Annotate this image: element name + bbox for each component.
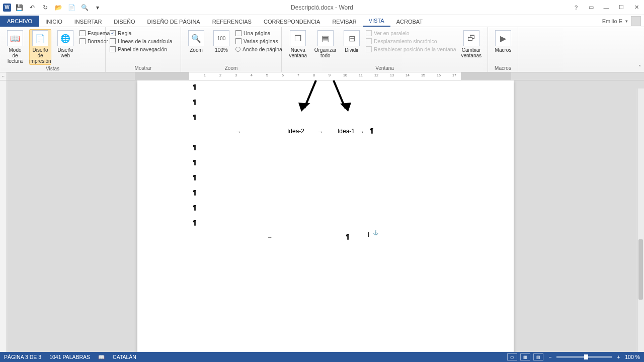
group-ventana-label: Ventana (286, 64, 484, 71)
tab-inicio[interactable]: INICIO (39, 17, 68, 27)
user-menu-chevron-icon[interactable]: ▾ (625, 19, 628, 24)
insertion-cursor: I (368, 231, 369, 238)
zoom-out-button[interactable]: − (546, 354, 553, 360)
new-window-icon: ❐ (290, 30, 306, 46)
arrow-shape-left[interactable] (298, 80, 318, 116)
zoom-slider[interactable] (556, 356, 612, 358)
checkbox-icon (110, 38, 116, 44)
zoom-percent[interactable]: 100 % (625, 354, 640, 360)
qat-undo-icon[interactable]: ↶ (27, 3, 37, 13)
lineas-cuadricula-checkbox[interactable]: Líneas de la cuadrícula (110, 38, 173, 44)
tab-mark: → (235, 129, 241, 135)
checkbox-icon: ✓ (110, 30, 116, 36)
idea-1-text: Idea-1 (338, 128, 355, 135)
ver-en-paralelo-button: Ver en paralelo (366, 30, 456, 36)
ruler-number: 6 (282, 73, 284, 77)
user-avatar[interactable] (631, 16, 641, 26)
tab-diseno-pagina[interactable]: DISEÑO DE PÁGINA (141, 17, 206, 27)
status-words[interactable]: 1041 PALABRAS (49, 354, 90, 360)
qat-redo-icon[interactable]: ↻ (40, 3, 50, 13)
sync-scroll-icon (366, 38, 372, 44)
tab-diseno[interactable]: DISEÑO (108, 17, 141, 27)
group-zoom-label: Zoom (185, 64, 277, 71)
diseno-impresion-button[interactable]: 📄 Diseño de impresión (29, 29, 51, 65)
zoom-in-button[interactable]: + (615, 354, 622, 360)
anchor-icon: ⚓ (373, 230, 378, 235)
view-web-layout-button[interactable]: ▤ (533, 353, 543, 360)
user-name[interactable]: Emilio E (602, 18, 622, 24)
ruler-right-margin (461, 72, 511, 80)
tab-mark: → (359, 129, 364, 135)
macros-icon: ▶ (495, 30, 511, 46)
print-layout-icon: 📄 (32, 30, 48, 46)
status-language[interactable]: CATALÁN (113, 354, 136, 360)
ruler-number: 1 (204, 73, 206, 77)
pilcrow-mark: ¶ (193, 204, 197, 212)
svg-marker-2 (298, 103, 309, 112)
svg-marker-4 (340, 103, 351, 112)
document-page[interactable]: → Idea-2 → Idea-1 → ¶ ¶ ¶ ¶ ¶ ¶ ¶ ¶ ¶ ¶ … (137, 80, 514, 352)
qat-open-icon[interactable]: 📂 (53, 3, 63, 13)
ruler-number: 4 (251, 73, 253, 77)
organizar-todo-button[interactable]: ▤ Organizar todo (313, 29, 338, 59)
vertical-scrollbar[interactable] (637, 88, 644, 352)
zoom-slider-thumb[interactable] (584, 354, 588, 359)
close-button[interactable]: ✕ (629, 2, 644, 14)
qat-customize-icon[interactable]: ▾ (93, 3, 103, 13)
horizontal-ruler[interactable]: 1234567891011121314151617 (7, 72, 644, 80)
regla-checkbox[interactable]: ✓Regla (110, 30, 173, 36)
scrollbar-thumb[interactable] (638, 239, 643, 300)
ribbon-display-button[interactable]: ▭ (584, 2, 599, 14)
view-read-mode-button[interactable]: ▭ (507, 353, 517, 360)
window-title: Descripció.docx - Word (291, 4, 353, 11)
qat-new-icon[interactable]: 📄 (66, 3, 76, 13)
tab-vista[interactable]: VISTA (363, 16, 390, 27)
maximize-button[interactable]: ☐ (614, 2, 629, 14)
varias-paginas-button[interactable]: Varias páginas (235, 38, 282, 44)
tab-acrobat[interactable]: ACROBAT (390, 17, 429, 27)
status-proofing-icon[interactable]: 📖 (98, 354, 105, 360)
tab-referencias[interactable]: REFERENCIAS (206, 17, 258, 27)
magnifier-icon: 🔍 (188, 30, 204, 46)
pilcrow-mark: ¶ (193, 83, 197, 91)
pilcrow-mark: ¶ (193, 174, 197, 182)
zoom-100-button[interactable]: 100 100% (210, 29, 232, 54)
macros-button[interactable]: ▶ Macros (492, 29, 514, 54)
ruler-number: 17 (452, 73, 456, 77)
tab-mark: → (317, 129, 323, 135)
modo-lectura-button[interactable]: 📖 Modo de lectura (4, 29, 26, 65)
tab-insertar[interactable]: INSERTAR (68, 17, 108, 27)
status-page[interactable]: PÁGINA 3 DE 3 (4, 354, 41, 360)
web-layout-icon: 🌐 (57, 30, 73, 46)
split-icon: ⊟ (344, 30, 360, 46)
ruler-number: 8 (313, 73, 315, 77)
pilcrow-mark: ¶ (193, 99, 197, 106)
qat-print-preview-icon[interactable]: 🔍 (79, 3, 90, 13)
diseno-web-button[interactable]: 🌐 Diseño web (54, 29, 76, 59)
minimize-button[interactable]: — (599, 2, 614, 14)
dividir-button[interactable]: ⊟ Dividir (341, 29, 363, 54)
ruler-number: 12 (374, 73, 378, 77)
cambiar-ventanas-button[interactable]: 🗗 Cambiar ventanas (459, 29, 484, 59)
pilcrow-mark: ¶ (193, 159, 197, 166)
tab-correspondencia[interactable]: CORRESPONDENCIA (258, 17, 326, 27)
view-print-layout-button[interactable]: ▦ (520, 353, 530, 360)
ancho-pagina-button[interactable]: Ancho de página (235, 46, 282, 52)
nueva-ventana-button[interactable]: ❐ Nueva ventana (286, 29, 310, 59)
help-button[interactable]: ? (569, 2, 584, 14)
tab-archivo[interactable]: ARCHIVO (0, 16, 39, 27)
ruler-corner: ⌐ (0, 72, 7, 80)
panel-navegacion-checkbox[interactable]: Panel de navegación (110, 46, 173, 52)
arrow-shape-right[interactable] (331, 80, 351, 116)
zoom-button[interactable]: 🔍 Zoom (185, 29, 207, 54)
collapse-ribbon-button[interactable]: ˄ (638, 64, 641, 70)
ruler-number: 14 (406, 73, 410, 77)
pilcrow-mark: ¶ (193, 189, 197, 197)
ruler-number: 16 (437, 73, 441, 77)
tab-revisar[interactable]: REVISAR (326, 17, 362, 27)
una-pagina-button[interactable]: Una página (235, 30, 282, 36)
qat-save-icon[interactable]: 💾 (14, 3, 24, 13)
group-macros-label: Macros (492, 64, 514, 71)
switch-windows-icon: 🗗 (463, 30, 479, 46)
vertical-ruler[interactable] (0, 80, 7, 352)
